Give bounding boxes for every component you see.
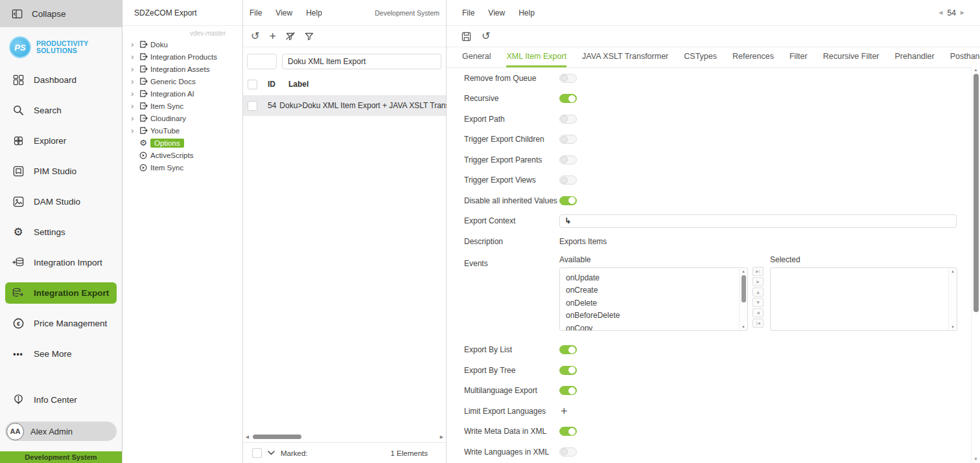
tree-item-item-sync-script[interactable]: Item Sync xyxy=(122,161,242,174)
menu-view[interactable]: View xyxy=(275,8,292,17)
tree-item-activescripts[interactable]: ActiveScripts xyxy=(122,149,242,161)
disable-all-inherited-values-toggle[interactable] xyxy=(559,196,577,205)
sidebar-item-integration-export[interactable]: Integration Export xyxy=(5,282,117,304)
list-item[interactable]: onCreate xyxy=(566,284,739,297)
menu-help[interactable]: Help xyxy=(519,8,535,17)
tab-prehandler[interactable]: Prehandler xyxy=(895,47,935,67)
marked-checkbox[interactable] xyxy=(252,448,262,458)
add-language-button[interactable]: + xyxy=(559,405,568,417)
scroll-down-icon[interactable]: ▼ xyxy=(740,325,747,329)
table-row[interactable]: 54 Doku>Doku XML Item Export + JAVA XSLT… xyxy=(243,95,446,116)
tree-item-item-sync[interactable]: › Item Sync xyxy=(122,100,242,112)
filter-icon[interactable] xyxy=(305,32,314,41)
scroll-up-icon[interactable]: ▲ xyxy=(740,269,747,273)
pager-next-icon[interactable]: ▶ xyxy=(961,10,964,16)
tab-references[interactable]: References xyxy=(732,47,774,67)
list-item[interactable]: onCopy xyxy=(566,322,739,331)
selected-listbox[interactable]: ▲ ▼ xyxy=(770,267,957,331)
list-item[interactable]: onDelete xyxy=(566,297,739,310)
sidebar-item-price-management[interactable]: € Price Management xyxy=(0,308,122,339)
tab-xml-item-export[interactable]: XML Item Export xyxy=(506,47,566,67)
write-meta-data-in-xml-toggle[interactable] xyxy=(559,427,577,436)
save-icon[interactable] xyxy=(461,32,471,41)
horizontal-scrollbar[interactable]: ◀ ▶ xyxy=(243,432,446,442)
scrollbar-thumb[interactable] xyxy=(253,435,301,439)
collapse-button[interactable]: Collapse xyxy=(0,0,122,27)
tab-recursive-filter[interactable]: Recursive Filter xyxy=(823,47,880,67)
menu-file[interactable]: File xyxy=(462,8,474,17)
scroll-left-icon[interactable]: ◀ xyxy=(243,435,251,440)
export-path-toggle[interactable] xyxy=(559,115,577,124)
chevron-right-icon[interactable]: › xyxy=(131,52,138,61)
remove-from-queue-toggle[interactable] xyxy=(559,74,577,83)
chevron-right-icon[interactable]: › xyxy=(131,65,138,73)
move-all-right-button[interactable]: ▶| xyxy=(752,267,764,276)
scrollbar-thumb[interactable] xyxy=(974,74,979,312)
trigger-export-parents-toggle[interactable] xyxy=(559,155,577,164)
listbox-scrollbar[interactable]: ▲ ▼ xyxy=(948,268,957,330)
export-by-list-toggle[interactable] xyxy=(559,345,577,354)
trigger-export-children-toggle[interactable] xyxy=(559,135,577,144)
menu-file[interactable]: File xyxy=(250,8,262,17)
list-item[interactable]: onUpdate xyxy=(566,272,739,285)
tree-item-generic-docs[interactable]: › Generic Docs xyxy=(122,75,242,87)
menu-view[interactable]: View xyxy=(488,8,505,17)
available-listbox[interactable]: onUpdate onCreate onDelete onBeforeDelet… xyxy=(559,267,748,331)
sidebar-item-see-more[interactable]: ••• See More xyxy=(0,339,122,369)
menu-help[interactable]: Help xyxy=(306,8,322,17)
tree-item-integration-products[interactable]: › Integration Products xyxy=(122,51,242,63)
chevron-right-icon[interactable]: › xyxy=(131,114,138,122)
tree-item-options[interactable]: ⚙ Options xyxy=(122,137,242,149)
tree-item-integration-assets[interactable]: › Integration Assets xyxy=(122,63,242,75)
tab-cstypes[interactable]: CSTypes xyxy=(684,47,717,67)
sidebar-item-settings[interactable]: ⚙ Settings xyxy=(0,217,122,247)
multilanguage-export-toggle[interactable] xyxy=(559,386,577,395)
tab-posthandler[interactable]: Posthandler xyxy=(950,47,980,67)
export-by-tree-toggle[interactable] xyxy=(559,366,577,375)
chevron-right-icon[interactable]: › xyxy=(131,102,138,110)
select-all-checkbox[interactable] xyxy=(248,80,257,89)
sidebar-item-dashboard[interactable]: Dashboard xyxy=(0,65,122,95)
write-languages-in-xml-toggle[interactable] xyxy=(559,447,577,457)
tree-item-youtube[interactable]: › YouTube xyxy=(122,124,242,137)
id-filter-input[interactable] xyxy=(247,54,277,69)
sidebar-item-info-center[interactable]: Info Center xyxy=(0,385,122,415)
scrollbar-thumb[interactable] xyxy=(741,275,746,302)
chevron-right-icon[interactable]: › xyxy=(131,40,138,49)
tree-item-cloudinary[interactable]: › Cloudinary xyxy=(122,112,242,124)
tab-general[interactable]: General xyxy=(462,47,491,67)
add-icon[interactable]: + xyxy=(269,30,276,42)
pager-prev-icon[interactable]: ◀ xyxy=(939,10,942,16)
chevron-down-icon[interactable] xyxy=(268,451,275,455)
trigger-export-views-toggle[interactable] xyxy=(559,175,577,185)
chevron-right-icon[interactable]: › xyxy=(131,77,138,85)
listbox-scrollbar[interactable]: ▲ ▼ xyxy=(739,268,747,330)
move-all-left-button[interactable]: |◀ xyxy=(752,319,764,328)
tab-java-xslt-transformer[interactable]: JAVA XSLT Transformer xyxy=(582,47,668,67)
sidebar-item-pim-studio[interactable]: PIM Studio xyxy=(0,156,122,186)
scroll-down-icon[interactable]: ▼ xyxy=(949,325,957,329)
scroll-up-icon[interactable]: ▲ xyxy=(949,269,957,273)
row-checkbox[interactable] xyxy=(248,101,257,111)
user-menu[interactable]: AA Alex Admin xyxy=(5,422,117,441)
sidebar-item-explorer[interactable]: Explorer xyxy=(0,126,122,156)
filter-clear-icon[interactable] xyxy=(286,32,295,41)
sidebar-item-dam-studio[interactable]: DAM Studio xyxy=(0,186,122,217)
chevron-right-icon[interactable]: › xyxy=(131,126,138,135)
refresh-icon[interactable]: ↺ xyxy=(482,31,490,41)
chevron-right-icon[interactable]: › xyxy=(131,89,138,98)
export-context-input[interactable]: ↳ xyxy=(559,214,957,228)
tree-item-integration-ai[interactable]: › Integration AI xyxy=(122,87,242,100)
vertical-scrollbar[interactable]: ▲ ▼ xyxy=(971,65,980,463)
search-input[interactable] xyxy=(282,54,441,69)
recursive-toggle[interactable] xyxy=(559,94,577,103)
tree-item-doku[interactable]: › Doku xyxy=(122,38,242,51)
sidebar-item-search[interactable]: Search xyxy=(0,95,122,126)
sidebar-item-integration-import[interactable]: Integration Import xyxy=(0,247,122,278)
scrollbar-track[interactable] xyxy=(251,432,438,442)
move-up-button[interactable]: ▲ xyxy=(752,288,764,297)
scroll-right-icon[interactable]: ▶ xyxy=(438,435,446,440)
list-item[interactable]: onBeforeDelete xyxy=(566,310,739,322)
refresh-icon[interactable]: ↺ xyxy=(251,31,259,41)
move-down-button[interactable]: ▼ xyxy=(752,298,764,307)
